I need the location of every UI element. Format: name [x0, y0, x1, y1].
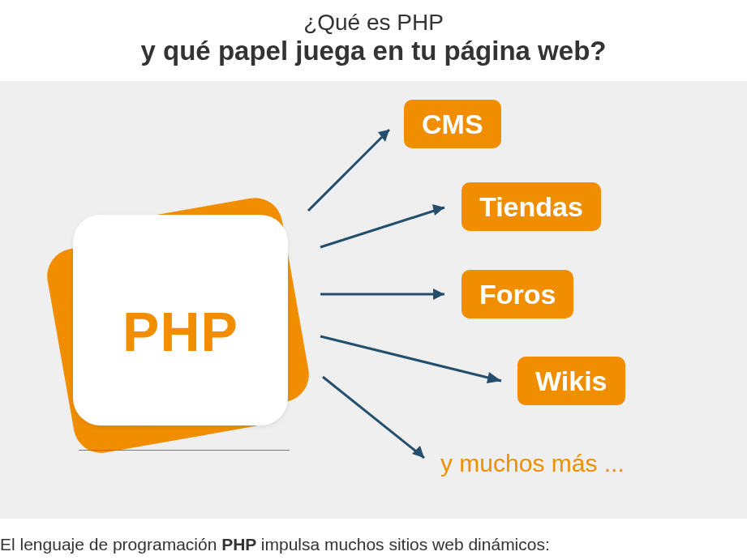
badge-cms-label: CMS: [422, 109, 483, 140]
badge-wikis-label: Wikis: [535, 365, 607, 397]
svg-marker-5: [433, 289, 444, 300]
svg-line-2: [320, 207, 444, 247]
arrow-to-cms: [308, 130, 389, 211]
footer-line-1: El lenguaje de programación PHP impulsa …: [0, 532, 747, 558]
heading-line-2: y qué papel juega en tu página web?: [0, 36, 747, 66]
footer-1b: PHP: [221, 535, 261, 554]
card-front: PHP: [73, 215, 288, 425]
arrow-to-foros: [320, 289, 444, 300]
svg-line-6: [320, 336, 501, 381]
svg-marker-7: [487, 372, 501, 383]
heading-line-1: ¿Qué es PHP: [0, 10, 747, 36]
footer-1c: impulsa muchos sitios web dinámicos:: [261, 535, 550, 554]
badge-foros: Foros: [462, 270, 573, 318]
arrow-to-more: [323, 377, 424, 458]
svg-marker-9: [412, 446, 424, 458]
php-card-stack: PHP: [69, 215, 300, 446]
arrow-to-tiendas: [320, 204, 444, 247]
badge-foros-label: Foros: [479, 279, 556, 310]
php-label: PHP: [73, 300, 288, 363]
more-text: y muchos más ...: [440, 450, 625, 477]
diagram-canvas: PHP: [0, 81, 747, 519]
svg-line-0: [308, 130, 389, 211]
footer-1a: El lenguaje de programación: [0, 535, 221, 554]
svg-marker-1: [378, 130, 389, 142]
arrow-to-wikis: [320, 336, 501, 383]
badge-tiendas-label: Tiendas: [479, 191, 583, 223]
footer-text: El lenguaje de programación PHP impulsa …: [0, 519, 747, 560]
page: ¿Qué es PHP y qué papel juega en tu pági…: [0, 0, 747, 560]
svg-marker-3: [432, 204, 444, 216]
heading: ¿Qué es PHP y qué papel juega en tu pági…: [0, 0, 747, 81]
badge-cms: CMS: [404, 100, 501, 148]
badge-wikis: Wikis: [517, 357, 625, 405]
svg-line-8: [323, 377, 424, 458]
card-underline: [79, 450, 290, 451]
badge-tiendas: Tiendas: [462, 182, 601, 231]
footer-line-2: WordPress, Joomla, PrestaShop y muchos o…: [0, 558, 747, 561]
